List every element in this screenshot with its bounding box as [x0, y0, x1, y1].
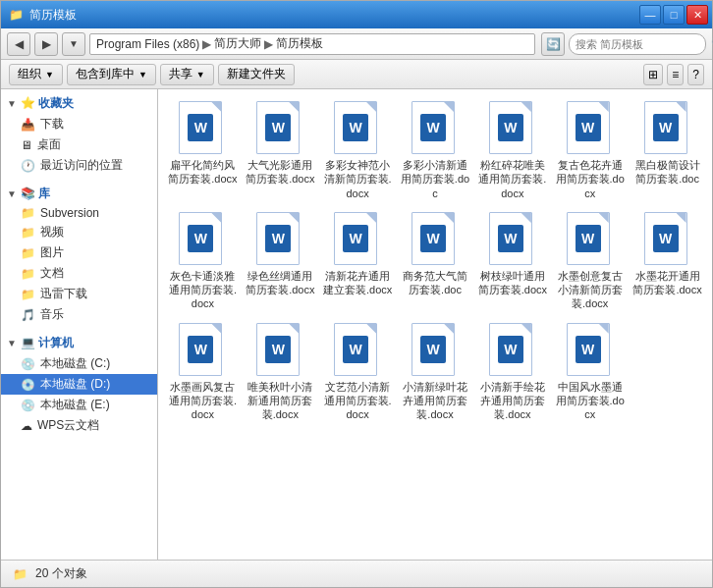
word-icon: W	[498, 225, 523, 252]
doc-icon: W	[489, 323, 532, 376]
file-item[interactable]: W 扁平化简约风简历套装.docx	[166, 97, 240, 204]
file-item[interactable]: W 唯美秋叶小清新通用简历套装.docx	[244, 319, 317, 426]
file-name: 中国风水墨通用简历套装.docx	[555, 380, 625, 422]
word-icon: W	[576, 336, 601, 363]
pictures-icon: 📁	[21, 246, 35, 260]
maximize-button[interactable]: □	[663, 5, 685, 25]
file-item[interactable]: W 水墨花开通用简历套装.docx	[631, 208, 704, 315]
file-name: 多彩女神范小清新简历套装.docx	[323, 158, 393, 200]
favorites-header[interactable]: ▼ ⭐ 收藏夹	[1, 93, 157, 114]
file-item[interactable]: W 多彩女神范小清新简历套装.docx	[321, 97, 395, 204]
file-name: 水墨画风复古通用简历套装.docx	[168, 380, 238, 422]
drive-e-label: 本地磁盘 (E:)	[40, 397, 110, 413]
doc-icon: W	[567, 212, 610, 265]
computer-header[interactable]: ▼ 💻 计算机	[1, 333, 157, 353]
xunlei-icon: 📁	[21, 288, 35, 301]
sidebar-item-download[interactable]: 📥 下载	[1, 114, 157, 134]
back-button[interactable]: ◀	[7, 32, 30, 56]
file-item[interactable]: W 灰色卡通淡雅通用简历套装.docx	[166, 208, 240, 315]
file-name: 树枝绿叶通用简历套装.docx	[477, 269, 547, 297]
file-item[interactable]: W 文艺范小清新通用简历套装.docx	[321, 319, 395, 426]
forward-button[interactable]: ▶	[34, 32, 58, 56]
file-name: 扁平化简约风简历套装.docx	[168, 158, 238, 187]
doc-icon: W	[334, 101, 377, 154]
sidebar-item-subversion[interactable]: 📁 Subversion	[1, 204, 157, 222]
computer-tri: ▼	[7, 338, 17, 348]
organize-button[interactable]: 组织 ▼	[9, 64, 63, 85]
word-icon: W	[420, 225, 446, 252]
file-item[interactable]: W 商务范大气简历套装.doc	[399, 208, 472, 315]
file-item[interactable]: W 小清新绿叶花卉通用简历套装.docx	[399, 319, 472, 426]
file-item[interactable]: W 多彩小清新通用简历套装.doc	[399, 97, 472, 204]
file-icon-wrapper: W	[179, 212, 226, 267]
main-window: 📁 简历模板 — □ ✕ ◀ ▶ ▼ Program Files (x86) ▶…	[0, 0, 713, 588]
sidebar-item-drive-c[interactable]: 💿 本地磁盘 (C:)	[1, 353, 157, 374]
minimize-button[interactable]: —	[639, 5, 661, 25]
music-icon: 🎵	[21, 308, 35, 322]
share-button[interactable]: 共享 ▼	[160, 64, 214, 85]
word-icon: W	[576, 114, 601, 141]
sidebar-item-recent[interactable]: 🕐 最近访问的位置	[1, 155, 157, 176]
file-item[interactable]: W 水墨创意复古小清新简历套装.docx	[553, 208, 627, 315]
new-folder-button[interactable]: 新建文件夹	[218, 64, 295, 85]
help-button[interactable]: ?	[687, 64, 704, 85]
xunlei-label: 迅雷下载	[40, 286, 87, 302]
download-icon: 📥	[21, 118, 35, 132]
sidebar-item-desktop[interactable]: 🖥 桌面	[1, 134, 157, 155]
file-icon-wrapper: W	[644, 212, 691, 267]
include-library-label: 包含到库中	[76, 66, 135, 82]
breadcrumb[interactable]: Program Files (x86) ▶ 简历大师 ▶ 简历模板	[89, 33, 535, 55]
sidebar-item-wps-cloud[interactable]: ☁ WPS云文档	[1, 415, 157, 436]
file-item[interactable]: W 水墨画风复古通用简历套装.docx	[166, 319, 240, 426]
sidebar-item-drive-d[interactable]: 💿 本地磁盘 (D:)	[1, 374, 157, 395]
view-options-button[interactable]: ⊞	[643, 64, 663, 85]
file-item[interactable]: W 黑白极简设计简历套装.doc	[631, 97, 704, 204]
word-icon: W	[188, 225, 213, 252]
file-name: 多彩小清新通用简历套装.doc	[401, 158, 470, 200]
file-item[interactable]: W 中国风水墨通用简历套装.docx	[553, 319, 627, 426]
search-box[interactable]: 🔍	[569, 33, 706, 55]
file-icon-wrapper: W	[179, 101, 226, 156]
address-bar: ◀ ▶ ▼ Program Files (x86) ▶ 简历大师 ▶ 简历模板 …	[1, 28, 712, 60]
word-icon: W	[576, 225, 601, 252]
recent-icon: 🕐	[21, 159, 35, 173]
word-icon: W	[653, 114, 679, 141]
sidebar-item-music[interactable]: 🎵 音乐	[1, 304, 157, 325]
subversion-icon: 📁	[21, 206, 35, 220]
close-button[interactable]: ✕	[686, 5, 708, 25]
new-folder-label: 新建文件夹	[227, 66, 286, 82]
file-icon-wrapper: W	[411, 323, 459, 378]
status-folder-icon: 📁	[13, 567, 27, 581]
search-input[interactable]	[576, 38, 711, 50]
sidebar-item-drive-e[interactable]: 💿 本地磁盘 (E:)	[1, 395, 157, 415]
up-button[interactable]: ▼	[62, 32, 85, 56]
sidebar-item-video[interactable]: 📁 视频	[1, 222, 157, 242]
file-item[interactable]: W 粉红碎花唯美通用简历套装.docx	[475, 97, 549, 204]
documents-icon: 📁	[21, 267, 35, 281]
view-list-button[interactable]: ≡	[667, 64, 684, 85]
sidebar-item-xunlei[interactable]: 📁 迅雷下载	[1, 284, 157, 304]
favorites-label: ⭐ 收藏夹	[21, 95, 74, 112]
desktop-label: 桌面	[37, 136, 61, 153]
include-library-arrow: ▼	[138, 70, 147, 80]
file-item[interactable]: W 树枝绿叶通用简历套装.docx	[475, 208, 549, 315]
file-name: 文艺范小清新通用简历套装.docx	[323, 380, 393, 422]
file-item[interactable]: W 复古色花卉通用简历套装.docx	[553, 97, 627, 204]
favorites-tri: ▼	[7, 98, 17, 109]
sidebar-item-documents[interactable]: 📁 文档	[1, 263, 157, 284]
file-item[interactable]: W 小清新手绘花卉通用简历套装.docx	[475, 319, 549, 426]
word-icon: W	[343, 336, 368, 363]
libraries-header[interactable]: ▼ 📚 库	[1, 184, 157, 204]
file-icon-wrapper: W	[411, 101, 459, 156]
refresh-button[interactable]: 🔄	[541, 32, 565, 56]
file-item[interactable]: W 大气光影通用简历套装.docx	[244, 97, 317, 204]
libraries-section: ▼ 📚 库 📁 Subversion 📁 视频 📁 图片 📁 文档	[1, 184, 157, 325]
doc-icon: W	[489, 101, 532, 154]
file-item[interactable]: W 清新花卉通用建立套装.docx	[321, 208, 395, 315]
file-icon-wrapper: W	[256, 323, 303, 378]
file-item[interactable]: W 绿色丝绸通用简历套装.docx	[244, 208, 317, 315]
sidebar-item-pictures[interactable]: 📁 图片	[1, 242, 157, 263]
include-library-button[interactable]: 包含到库中 ▼	[67, 64, 156, 85]
file-name: 小清新手绘花卉通用简历套装.docx	[477, 380, 547, 422]
desktop-icon: 🖥	[21, 138, 32, 152]
